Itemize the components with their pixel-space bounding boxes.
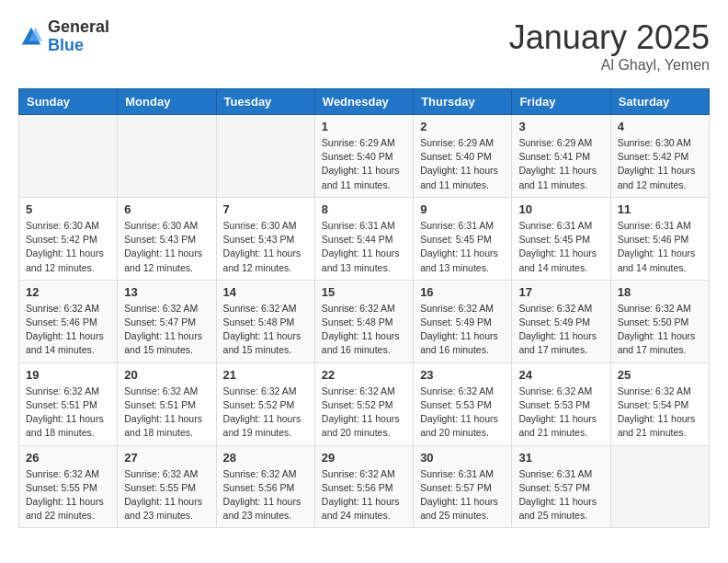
day-number: 27 (124, 451, 209, 465)
calendar-cell: 19Sunrise: 6:32 AM Sunset: 5:51 PM Dayli… (19, 362, 118, 445)
day-info: Sunrise: 6:32 AM Sunset: 5:48 PM Dayligh… (322, 302, 406, 358)
day-info: Sunrise: 6:32 AM Sunset: 5:51 PM Dayligh… (26, 385, 110, 441)
month-title: January 2025 (509, 18, 710, 57)
calendar-cell: 21Sunrise: 6:32 AM Sunset: 5:52 PM Dayli… (216, 362, 314, 445)
calendar-cell: 5Sunrise: 6:30 AM Sunset: 5:42 PM Daylig… (19, 197, 118, 280)
day-number: 8 (322, 202, 406, 216)
calendar-cell: 11Sunrise: 6:31 AM Sunset: 5:46 PM Dayli… (610, 197, 709, 280)
day-info: Sunrise: 6:32 AM Sunset: 5:52 PM Dayligh… (223, 385, 308, 441)
calendar-cell: 10Sunrise: 6:31 AM Sunset: 5:45 PM Dayli… (512, 197, 610, 280)
day-number: 10 (518, 202, 603, 216)
calendar-cell: 9Sunrise: 6:31 AM Sunset: 5:45 PM Daylig… (414, 197, 512, 280)
day-number: 5 (26, 202, 110, 216)
calendar-cell: 31Sunrise: 6:31 AM Sunset: 5:57 PM Dayli… (512, 445, 610, 528)
calendar-cell: 29Sunrise: 6:32 AM Sunset: 5:56 PM Dayli… (314, 445, 413, 528)
calendar-cell: 13Sunrise: 6:32 AM Sunset: 5:47 PM Dayli… (118, 280, 216, 362)
day-info: Sunrise: 6:32 AM Sunset: 5:49 PM Dayligh… (518, 302, 603, 358)
day-number: 28 (223, 451, 308, 465)
day-number: 9 (420, 202, 505, 216)
logo-general-text: General (48, 18, 109, 37)
day-number: 16 (420, 285, 505, 299)
day-number: 14 (223, 285, 308, 299)
day-info: Sunrise: 6:31 AM Sunset: 5:57 PM Dayligh… (420, 467, 505, 523)
calendar-cell: 20Sunrise: 6:32 AM Sunset: 5:51 PM Dayli… (118, 362, 216, 445)
calendar-table: SundayMondayTuesdayWednesdayThursdayFrid… (18, 88, 710, 528)
day-number: 7 (223, 202, 308, 216)
calendar-cell: 12Sunrise: 6:32 AM Sunset: 5:46 PM Dayli… (19, 280, 118, 362)
day-number: 13 (124, 285, 209, 299)
day-number: 22 (322, 368, 406, 382)
day-info: Sunrise: 6:32 AM Sunset: 5:51 PM Dayligh… (124, 385, 209, 441)
day-info: Sunrise: 6:32 AM Sunset: 5:55 PM Dayligh… (124, 467, 209, 523)
day-info: Sunrise: 6:31 AM Sunset: 5:45 PM Dayligh… (420, 219, 505, 275)
calendar-cell: 1Sunrise: 6:29 AM Sunset: 5:40 PM Daylig… (314, 115, 413, 198)
day-number: 24 (518, 368, 603, 382)
calendar-cell: 4Sunrise: 6:30 AM Sunset: 5:42 PM Daylig… (610, 115, 709, 198)
day-number: 15 (322, 285, 406, 299)
day-number: 21 (223, 368, 308, 382)
weekday-header-wednesday: Wednesday (314, 89, 413, 115)
day-number: 23 (420, 368, 505, 382)
day-info: Sunrise: 6:29 AM Sunset: 5:41 PM Dayligh… (518, 136, 603, 192)
day-number: 4 (618, 120, 702, 133)
day-number: 30 (420, 451, 505, 465)
weekday-header-friday: Friday (512, 89, 610, 115)
day-number: 26 (26, 451, 110, 465)
day-number: 12 (26, 285, 110, 299)
calendar-cell: 22Sunrise: 6:32 AM Sunset: 5:52 PM Dayli… (314, 362, 413, 445)
calendar-cell: 2Sunrise: 6:29 AM Sunset: 5:40 PM Daylig… (414, 115, 512, 198)
calendar-cell: 15Sunrise: 6:32 AM Sunset: 5:48 PM Dayli… (314, 280, 413, 362)
day-info: Sunrise: 6:31 AM Sunset: 5:57 PM Dayligh… (518, 467, 603, 523)
calendar-cell: 30Sunrise: 6:31 AM Sunset: 5:57 PM Dayli… (414, 445, 512, 528)
weekday-header-row: SundayMondayTuesdayWednesdayThursdayFrid… (19, 89, 710, 115)
logo-icon (18, 24, 44, 50)
day-info: Sunrise: 6:32 AM Sunset: 5:52 PM Dayligh… (322, 385, 406, 441)
day-number: 1 (322, 120, 406, 133)
calendar-cell: 24Sunrise: 6:32 AM Sunset: 5:53 PM Dayli… (512, 362, 610, 445)
calendar-cell: 27Sunrise: 6:32 AM Sunset: 5:55 PM Dayli… (118, 445, 216, 528)
day-number: 31 (518, 451, 603, 465)
day-info: Sunrise: 6:30 AM Sunset: 5:42 PM Dayligh… (26, 219, 110, 275)
calendar-cell: 6Sunrise: 6:30 AM Sunset: 5:43 PM Daylig… (118, 197, 216, 280)
calendar-week-2: 5Sunrise: 6:30 AM Sunset: 5:42 PM Daylig… (19, 197, 710, 280)
day-info: Sunrise: 6:32 AM Sunset: 5:49 PM Dayligh… (420, 302, 505, 358)
calendar-week-5: 26Sunrise: 6:32 AM Sunset: 5:55 PM Dayli… (19, 445, 710, 528)
calendar-cell: 23Sunrise: 6:32 AM Sunset: 5:53 PM Dayli… (414, 362, 512, 445)
day-number: 6 (124, 202, 209, 216)
calendar-cell: 8Sunrise: 6:31 AM Sunset: 5:44 PM Daylig… (314, 197, 413, 280)
day-info: Sunrise: 6:30 AM Sunset: 5:43 PM Dayligh… (124, 219, 209, 275)
calendar-week-1: 1Sunrise: 6:29 AM Sunset: 5:40 PM Daylig… (19, 115, 710, 198)
day-number: 25 (618, 368, 702, 382)
day-number: 19 (26, 368, 110, 382)
title-block: January 2025 Al Ghayl, Yemen (509, 18, 710, 74)
day-info: Sunrise: 6:32 AM Sunset: 5:53 PM Dayligh… (518, 385, 603, 441)
day-info: Sunrise: 6:32 AM Sunset: 5:54 PM Dayligh… (618, 385, 702, 441)
day-info: Sunrise: 6:32 AM Sunset: 5:55 PM Dayligh… (26, 467, 110, 523)
day-info: Sunrise: 6:29 AM Sunset: 5:40 PM Dayligh… (322, 136, 406, 192)
day-info: Sunrise: 6:32 AM Sunset: 5:46 PM Dayligh… (26, 302, 110, 358)
day-info: Sunrise: 6:32 AM Sunset: 5:56 PM Dayligh… (322, 467, 406, 523)
calendar-cell: 16Sunrise: 6:32 AM Sunset: 5:49 PM Dayli… (414, 280, 512, 362)
day-number: 17 (518, 285, 603, 299)
calendar-cell (216, 115, 314, 198)
logo-blue-text: Blue (48, 37, 109, 55)
day-number: 11 (618, 202, 702, 216)
calendar-week-3: 12Sunrise: 6:32 AM Sunset: 5:46 PM Dayli… (19, 280, 710, 362)
day-number: 18 (618, 285, 702, 299)
day-info: Sunrise: 6:32 AM Sunset: 5:48 PM Dayligh… (223, 302, 308, 358)
calendar-cell (19, 115, 118, 198)
day-info: Sunrise: 6:32 AM Sunset: 5:53 PM Dayligh… (420, 385, 505, 441)
calendar-cell: 28Sunrise: 6:32 AM Sunset: 5:56 PM Dayli… (216, 445, 314, 528)
day-info: Sunrise: 6:30 AM Sunset: 5:42 PM Dayligh… (618, 136, 702, 192)
calendar-week-4: 19Sunrise: 6:32 AM Sunset: 5:51 PM Dayli… (19, 362, 710, 445)
calendar-cell: 25Sunrise: 6:32 AM Sunset: 5:54 PM Dayli… (610, 362, 709, 445)
day-info: Sunrise: 6:30 AM Sunset: 5:43 PM Dayligh… (223, 219, 308, 275)
weekday-header-monday: Monday (118, 89, 216, 115)
day-info: Sunrise: 6:32 AM Sunset: 5:56 PM Dayligh… (223, 467, 308, 523)
day-number: 29 (322, 451, 406, 465)
day-info: Sunrise: 6:31 AM Sunset: 5:44 PM Dayligh… (322, 219, 406, 275)
calendar-cell: 14Sunrise: 6:32 AM Sunset: 5:48 PM Dayli… (216, 280, 314, 362)
logo-text: General Blue (48, 18, 109, 55)
day-info: Sunrise: 6:31 AM Sunset: 5:46 PM Dayligh… (618, 219, 702, 275)
calendar-cell (118, 115, 216, 198)
